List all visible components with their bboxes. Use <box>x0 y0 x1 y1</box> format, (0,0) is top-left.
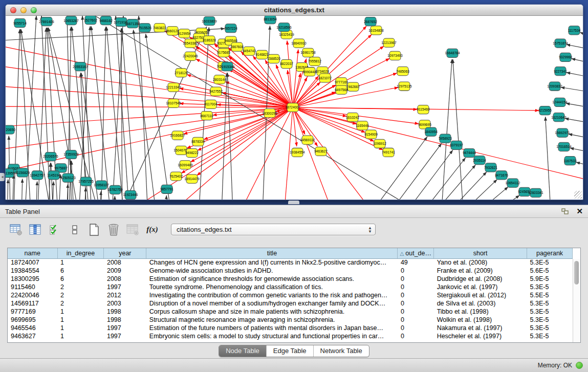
graph-edge[interactable] <box>113 196 115 200</box>
graph-node[interactable]: 15692971 <box>555 128 570 137</box>
table-cell[interactable]: 9465546 <box>8 324 57 332</box>
graph-node[interactable]: 20553167 <box>73 62 88 71</box>
graph-edge[interactable] <box>570 148 583 154</box>
graph-edge[interactable] <box>229 69 293 107</box>
table-cell[interactable]: 6 <box>57 275 104 283</box>
graph-node[interactable]: 1840954 <box>424 127 438 136</box>
table-cell[interactable]: 1 <box>57 324 104 332</box>
table-cell[interactable]: 1998 <box>104 316 146 324</box>
table-cell[interactable]: 1 <box>57 258 104 267</box>
graph-node[interactable]: 22420046 <box>183 52 198 60</box>
table-cell[interactable]: 5.3E-5 <box>527 258 573 267</box>
graph-node[interactable]: 10653287 <box>63 16 79 25</box>
table-cell[interactable]: 5.3E-5 <box>527 316 573 324</box>
table-row[interactable]: 977716911998Corpus callosum shape and si… <box>8 308 573 316</box>
graph-edge[interactable] <box>227 73 234 200</box>
table-cell[interactable]: 5.3E-5 <box>527 283 573 291</box>
table-cell[interactable]: 1 <box>57 316 104 324</box>
graph-node[interactable]: 7955812 <box>308 57 321 65</box>
graph-node[interactable]: 7485063 <box>396 67 409 76</box>
graph-edge[interactable] <box>6 107 293 173</box>
table-cell[interactable]: 18300295 <box>8 275 57 283</box>
graph-edge[interactable] <box>83 188 85 200</box>
graph-node[interactable]: 8215955 <box>538 106 552 115</box>
graph-edge[interactable] <box>77 26 90 200</box>
split-pane-handle[interactable] <box>288 201 299 204</box>
graph-node[interactable]: 6379197 <box>450 141 463 149</box>
graph-node[interactable]: 1165446 <box>356 121 368 130</box>
graph-edge[interactable] <box>364 137 427 200</box>
graph-edge[interactable] <box>139 16 149 200</box>
table-cell[interactable]: 1 <box>57 332 104 340</box>
table-cell[interactable]: 19384554 <box>8 267 57 275</box>
table-cell[interactable]: Embryonic stem cells: a model to study s… <box>146 332 398 340</box>
column-header-outde[interactable]: △out_de… <box>398 248 434 258</box>
graph-node[interactable]: 1588520 <box>267 54 280 63</box>
delete-columns-icon[interactable] <box>106 223 120 236</box>
graph-node[interactable]: 8427552 <box>209 87 223 96</box>
graph-node[interactable]: 1527602 <box>84 16 97 25</box>
table-cell[interactable]: 0 <box>398 275 434 283</box>
graph-edge[interactable] <box>447 187 508 200</box>
graph-edge[interactable] <box>569 134 583 140</box>
graph-node[interactable]: 1821072 <box>318 74 332 82</box>
graph-node[interactable]: 7625402 <box>169 172 183 181</box>
graph-edge[interactable] <box>561 87 583 93</box>
graph-node[interactable]: 18107545 <box>166 99 181 107</box>
graph-node[interactable]: 18640910 <box>291 39 307 48</box>
node-table[interactable]: namein_degreeyeartitle△out_de…shortpager… <box>7 248 581 343</box>
graph-node[interactable]: 8667110 <box>200 112 213 120</box>
minimize-window-icon[interactable] <box>20 7 27 13</box>
graph-node[interactable]: 19218596 <box>276 23 292 32</box>
table-cell[interactable]: 0 <box>398 299 434 308</box>
table-cell[interactable]: Franke et al. (2009) <box>434 267 527 275</box>
graph-node[interactable]: 9154909 <box>364 130 378 139</box>
graph-node[interactable]: 9055714 <box>13 19 27 28</box>
graph-node[interactable]: 5958923 <box>439 134 452 143</box>
table-cell[interactable]: Hescheler et al. (1997) <box>434 332 527 340</box>
graph-edge[interactable] <box>293 107 395 200</box>
table-row[interactable]: 1938455462009Genome-wide association stu… <box>8 267 573 275</box>
table-scrollbar-thumb[interactable] <box>574 261 579 285</box>
memory-ok-icon[interactable] <box>576 362 583 369</box>
table-cell[interactable]: 2 <box>57 299 104 308</box>
graph-edge[interactable] <box>293 107 539 111</box>
graph-edge[interactable] <box>390 150 453 200</box>
graph-node[interactable]: 1145194 <box>47 171 60 180</box>
graph-node[interactable]: 12444154 <box>552 98 568 106</box>
table-cell[interactable]: 6 <box>57 267 104 275</box>
table-cell[interactable]: 0 <box>398 291 434 299</box>
graph-node[interactable]: 16782759 <box>107 185 123 194</box>
new-column-icon[interactable] <box>87 223 101 236</box>
graph-node[interactable]: 12975135 <box>397 82 412 91</box>
graph-node[interactable]: 2867608 <box>230 42 244 51</box>
graph-edge[interactable] <box>453 59 465 200</box>
graph-node[interactable]: 7463822 <box>153 24 166 32</box>
table-cell[interactable]: 2 <box>57 283 104 291</box>
graph-node[interactable]: 6497568 <box>335 85 348 94</box>
graph-edge[interactable] <box>293 50 298 107</box>
graph-node[interactable]: 2718126 <box>175 69 188 77</box>
graph-node[interactable]: 8813054 <box>264 16 277 24</box>
graph-edge[interactable] <box>66 184 68 200</box>
close-window-icon[interactable] <box>10 7 16 13</box>
graph-edge[interactable] <box>580 32 583 39</box>
graph-node[interactable]: 7515526 <box>138 24 151 32</box>
graph-edge[interactable] <box>164 195 166 200</box>
table-cell[interactable]: 9463627 <box>8 332 57 340</box>
table-selector[interactable]: citations_edges.txt ▲▼ <box>171 224 376 235</box>
graph-node[interactable]: 20206576 <box>43 152 58 161</box>
panel-collapse-handle[interactable]: ◂ <box>0 173 5 181</box>
graph-edge[interactable] <box>293 107 346 116</box>
table-cell[interactable]: 5.3E-5 <box>527 299 573 308</box>
table-cell[interactable]: Jankovic et al. (1997) <box>434 283 527 291</box>
graph-node[interactable]: 12603341 <box>528 188 543 197</box>
table-cell[interactable]: 1997 <box>104 332 146 340</box>
graph-edge[interactable] <box>99 191 101 200</box>
graph-node[interactable]: 9498222 <box>185 148 199 157</box>
table-cell[interactable]: 0 <box>398 332 434 340</box>
float-window-icon[interactable] <box>561 208 569 215</box>
graph-node[interactable]: 2803144 <box>213 75 226 84</box>
graph-edge[interactable] <box>567 45 583 51</box>
graph-node[interactable]: 21915346 <box>220 62 235 71</box>
